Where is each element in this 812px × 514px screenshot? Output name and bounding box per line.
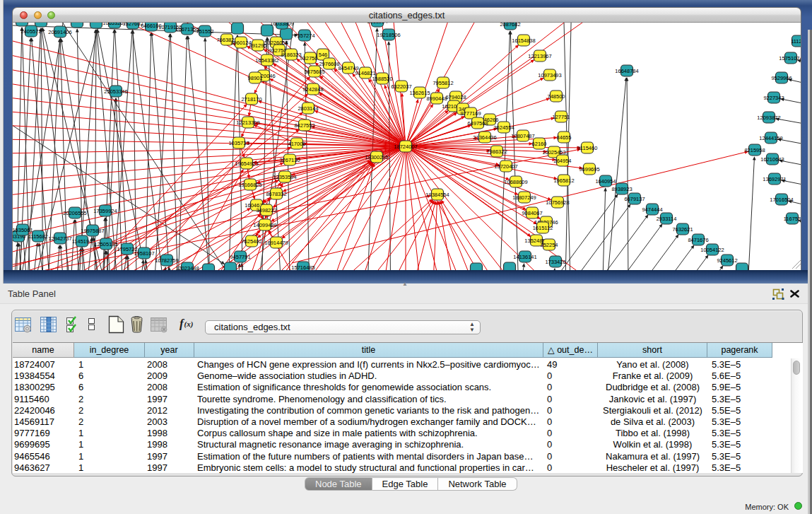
svg-text:12444159: 12444159 (759, 135, 782, 141)
svg-text:264954: 264954 (553, 158, 571, 164)
svg-text:9245612: 9245612 (717, 257, 737, 264)
svg-text:18807249: 18807249 (512, 194, 536, 201)
svg-text:10973493: 10973493 (538, 72, 561, 78)
svg-text:13692971: 13692971 (763, 176, 786, 182)
svg-text:1588520: 1588520 (372, 76, 392, 82)
svg-text:6322037: 6322037 (391, 83, 411, 90)
svg-text:15751074: 15751074 (779, 55, 801, 62)
svg-text:2087682: 2087682 (500, 23, 520, 28)
svg-text:1640954: 1640954 (595, 178, 616, 185)
svg-text:1035733: 1035733 (228, 140, 249, 146)
svg-text:8990448: 8990448 (426, 95, 447, 102)
svg-text:2976608: 2976608 (319, 61, 339, 67)
svg-text:17016504: 17016504 (770, 197, 793, 203)
svg-text:9457791: 9457791 (230, 254, 250, 260)
svg-text:12093872: 12093872 (757, 115, 780, 121)
svg-text:546: 546 (319, 52, 328, 58)
svg-text:25053346: 25053346 (104, 88, 127, 95)
svg-text:16154838: 16154838 (512, 37, 535, 44)
svg-text:21364436: 21364436 (473, 134, 496, 141)
svg-text:2803144: 2803144 (298, 105, 318, 112)
svg-text:7986322: 7986322 (486, 148, 507, 155)
svg-text:417006: 417006 (288, 141, 305, 147)
svg-text:19218506: 19218506 (377, 32, 400, 38)
svg-text:7632621: 7632621 (672, 226, 693, 233)
svg-text:19975887: 19975887 (81, 228, 104, 234)
svg-text:10756928: 10756928 (546, 199, 569, 206)
svg-text:8938923: 8938923 (611, 186, 632, 192)
svg-text:14136141: 14136141 (513, 254, 536, 260)
svg-text:10054122: 10054122 (700, 247, 724, 253)
svg-text:19166825: 19166825 (238, 182, 261, 188)
svg-text:18300295: 18300295 (365, 154, 388, 160)
svg-text:5875685: 5875685 (304, 69, 324, 75)
svg-text:2405572: 2405572 (20, 28, 41, 35)
svg-text:62160: 62160 (532, 141, 547, 147)
svg-text:9699695: 9699695 (579, 166, 599, 173)
svg-text:16648784: 16648784 (615, 68, 638, 74)
svg-text:12942737: 12942737 (48, 235, 71, 242)
svg-text:9474444: 9474444 (642, 206, 662, 213)
svg-text:8813054: 8813054 (367, 23, 387, 25)
svg-text:2718170: 2718170 (241, 96, 261, 103)
svg-text:1615112: 1615112 (533, 225, 553, 231)
svg-text:12505135: 12505135 (94, 241, 117, 247)
svg-text:6794028: 6794028 (445, 94, 466, 100)
svg-text:9084067: 9084067 (522, 210, 542, 216)
svg-text:8960124: 8960124 (230, 40, 251, 46)
svg-text:3267130: 3267130 (279, 157, 300, 163)
svg-text:252254: 252254 (540, 242, 558, 248)
svg-text:16033809: 16033809 (270, 23, 293, 27)
svg-text:6679137: 6679137 (624, 196, 645, 202)
svg-text:20691406: 20691406 (48, 29, 71, 35)
svg-text:14099489: 14099489 (253, 222, 276, 228)
svg-text:15716485: 15716485 (291, 264, 314, 271)
svg-text:748500: 748500 (547, 93, 565, 100)
svg-text:12023448: 12023448 (175, 265, 199, 271)
svg-text:1535061: 1535061 (13, 227, 33, 233)
svg-text:17359924: 17359924 (93, 208, 117, 214)
svg-text:16914479: 16914479 (264, 240, 288, 246)
svg-text:8215958: 8215958 (744, 147, 765, 153)
svg-text:8471676: 8471676 (688, 237, 708, 243)
svg-text:11123: 11123 (791, 38, 801, 45)
svg-text:3624554: 3624554 (493, 124, 514, 131)
svg-text:1733426: 1733426 (545, 259, 565, 265)
svg-text:20206555: 20206555 (63, 210, 86, 216)
svg-text:9227343: 9227343 (763, 95, 784, 101)
svg-text:7955812: 7955812 (433, 80, 453, 86)
svg-text:3498222: 3498222 (256, 207, 276, 214)
svg-text:16210643: 16210643 (760, 156, 784, 163)
svg-text:1527602: 1527602 (122, 23, 143, 27)
svg-text:10688609: 10688609 (504, 179, 527, 185)
svg-text:(x): (x) (184, 320, 194, 329)
svg-text:8427552: 8427552 (294, 122, 314, 129)
svg-text:1965812: 1965812 (553, 177, 574, 184)
svg-text:16543382: 16543382 (255, 57, 278, 64)
svg-text:8678332: 8678332 (266, 191, 286, 197)
svg-text:7625402: 7625402 (241, 238, 261, 245)
svg-text:7357274: 7357274 (294, 33, 314, 39)
svg-text:9777169: 9777169 (460, 110, 481, 117)
svg-text:10025453: 10025453 (542, 149, 565, 156)
svg-text:9115460: 9115460 (577, 145, 598, 151)
svg-text:12353594: 12353594 (273, 174, 296, 180)
svg-text:8186323: 8186323 (281, 52, 301, 58)
svg-text:1145194: 1145194 (72, 238, 93, 245)
svg-text:9242848: 9242848 (302, 86, 323, 93)
svg-text:10782759: 10782759 (155, 257, 178, 264)
svg-text:9529966: 9529966 (771, 75, 792, 81)
svg-text:15720407: 15720407 (494, 163, 517, 170)
svg-text:1115682: 1115682 (28, 233, 48, 240)
svg-text:127751: 127751 (552, 114, 570, 120)
svg-text:98901: 98901 (248, 75, 263, 81)
svg-text:6497568: 6497568 (467, 120, 488, 127)
svg-text:84655: 84655 (557, 134, 572, 141)
svg-text:116753: 116753 (784, 216, 801, 222)
svg-text:10807487: 10807487 (511, 133, 534, 139)
svg-text:19384554: 19384554 (425, 192, 449, 198)
svg-text:19654923: 19654923 (235, 160, 258, 167)
svg-text:1958107: 1958107 (134, 250, 154, 257)
svg-text:12213967: 12213967 (528, 53, 551, 59)
svg-text:12213309: 12213309 (236, 119, 259, 126)
